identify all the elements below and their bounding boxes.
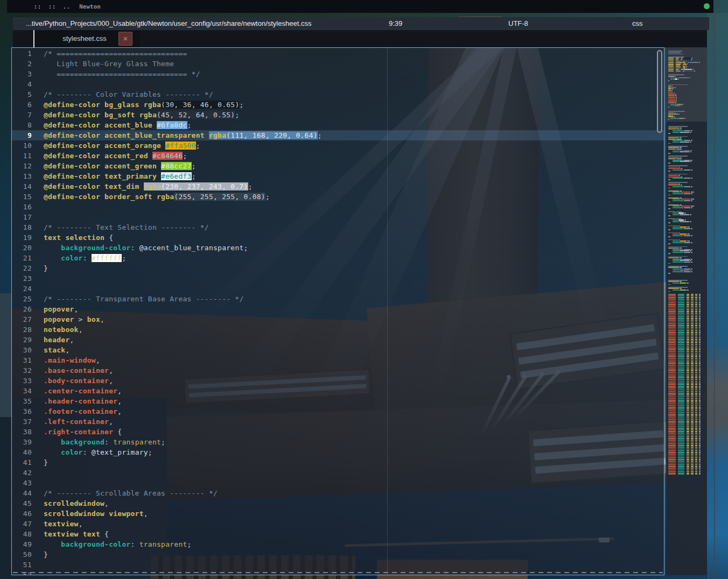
line-number[interactable]: 10 — [12, 140, 35, 151]
code-line[interactable]: 50} — [12, 549, 664, 560]
code-line[interactable]: 5/* -------- Color Variables -------- */ — [12, 89, 664, 100]
code-line[interactable]: 7@define-color bg_soft rgba(45, 52, 64, … — [12, 110, 664, 120]
code-text[interactable] — [44, 284, 664, 294]
code-line[interactable]: 10@define-color accent_orange #ffa500; — [12, 140, 664, 151]
code-text[interactable]: /* -------- Scrollable Areas -------- */ — [44, 488, 664, 498]
line-number[interactable]: 41 — [12, 457, 35, 468]
code-line[interactable]: 23 — [12, 273, 664, 284]
line-number[interactable]: 47 — [12, 519, 35, 529]
code-text[interactable]: @define-color bg_glass rgba(30, 36, 46, … — [44, 100, 664, 110]
line-number[interactable]: 9 — [12, 130, 35, 140]
line-number[interactable]: 37 — [12, 416, 35, 427]
code-line[interactable]: 22} — [12, 263, 664, 273]
code-text[interactable]: header, — [44, 335, 664, 345]
code-line[interactable]: 29header, — [12, 335, 664, 345]
line-number[interactable]: 22 — [12, 263, 35, 273]
code-text[interactable] — [44, 478, 664, 488]
line-number[interactable]: 28 — [12, 324, 35, 335]
line-number[interactable]: 21 — [12, 253, 35, 263]
line-number[interactable]: 1 — [12, 48, 35, 59]
code-line[interactable]: 2 Light Blue-Grey Glass Theme — [12, 59, 664, 69]
code-line[interactable]: 21 color: #ffffff; — [12, 253, 664, 263]
code-line[interactable]: 51 — [12, 560, 664, 570]
code-editor[interactable]: 1/* ==============================2 Ligh… — [11, 47, 664, 575]
code-line[interactable]: 38.right-container { — [12, 427, 664, 437]
code-text[interactable]: @define-color accent_orange #ffa500; — [44, 140, 664, 151]
code-text[interactable]: color: #ffffff; — [44, 253, 664, 263]
code-line[interactable]: 3 ============================== */ — [12, 69, 664, 79]
line-number[interactable]: 48 — [12, 529, 35, 539]
line-number[interactable]: 25 — [12, 294, 35, 304]
code-text[interactable]: @define-color accent_blue_transparent rg… — [44, 130, 664, 140]
line-number[interactable]: 40 — [12, 447, 35, 457]
line-number[interactable]: 31 — [12, 355, 35, 365]
line-number[interactable]: 5 — [12, 89, 35, 100]
line-number[interactable]: 33 — [12, 376, 35, 386]
line-number[interactable]: 8 — [12, 120, 35, 130]
vertical-scrollbar-thumb[interactable] — [657, 50, 662, 133]
code-text[interactable] — [44, 273, 664, 284]
code-text[interactable]: @define-color bg_soft rgba(45, 52, 64, 0… — [44, 110, 664, 120]
line-number[interactable]: 51 — [12, 560, 35, 570]
line-number[interactable]: 36 — [12, 406, 35, 416]
line-number[interactable]: 30 — [12, 345, 35, 355]
line-number[interactable]: 3 — [12, 69, 35, 79]
line-number[interactable]: 35 — [12, 396, 35, 406]
code-line[interactable]: 1/* ============================== — [12, 48, 664, 59]
code-text[interactable]: } — [44, 457, 664, 468]
code-text[interactable]: popover, — [44, 304, 664, 314]
line-number[interactable]: 11 — [12, 151, 35, 161]
code-line[interactable]: 31.main-window, — [12, 355, 664, 365]
code-line[interactable]: 9@define-color accent_blue_transparent r… — [12, 130, 664, 140]
code-line[interactable]: 30stack, — [12, 345, 664, 355]
code-text[interactable] — [44, 468, 664, 478]
window-title-bar[interactable]: :: :: .. Newton — [7, 0, 713, 13]
code-line[interactable]: 45scrolledwindow, — [12, 498, 664, 509]
code-line[interactable]: 20 background-color: @accent_blue_transp… — [12, 243, 664, 253]
line-number[interactable]: 26 — [12, 304, 35, 314]
line-number[interactable]: 24 — [12, 284, 35, 294]
code-text[interactable]: ============================== */ — [44, 69, 664, 79]
code-line[interactable]: 47textview, — [12, 519, 664, 529]
code-line[interactable]: 15@define-color border_soft rgba(255, 25… — [12, 192, 664, 202]
line-number[interactable]: 16 — [12, 202, 35, 212]
code-text[interactable]: } — [44, 549, 664, 560]
line-number[interactable]: 15 — [12, 192, 35, 202]
code-text[interactable]: @define-color text_dim rgba(230, 237, 24… — [44, 181, 664, 192]
code-line[interactable]: 33.body-container, — [12, 376, 664, 386]
code-text[interactable]: @define-color accent_green #88cc27; — [44, 161, 664, 171]
code-text[interactable]: notebook, — [44, 324, 664, 335]
code-text[interactable]: @define-color border_soft rgba(255, 255,… — [44, 192, 664, 202]
code-text[interactable] — [44, 202, 664, 212]
line-number[interactable]: 27 — [12, 314, 35, 324]
code-text[interactable]: .body-container, — [44, 376, 664, 386]
code-line[interactable]: 25/* -------- Transparent Base Areas ---… — [12, 294, 664, 304]
code-text[interactable]: .right-container { — [44, 427, 664, 437]
code-line[interactable]: 4 — [12, 79, 664, 89]
line-number[interactable]: 18 — [12, 222, 35, 232]
code-text[interactable]: } — [44, 263, 664, 273]
code-line[interactable]: 44/* -------- Scrollable Areas -------- … — [12, 488, 664, 498]
line-number[interactable]: 50 — [12, 549, 35, 560]
code-text[interactable]: stack, — [44, 345, 664, 355]
tab-close-button[interactable]: × — [118, 32, 132, 46]
line-number[interactable]: 14 — [12, 181, 35, 192]
code-line[interactable]: 34.center-container, — [12, 386, 664, 396]
code-text[interactable] — [44, 212, 664, 222]
code-text[interactable]: scrolledwindow viewport, — [44, 509, 664, 519]
tab-stylesheet[interactable]: stylesheet.css × — [33, 30, 140, 47]
code-line[interactable]: 6@define-color bg_glass rgba(30, 36, 46,… — [12, 100, 664, 110]
code-text[interactable]: color: @text_primary; — [44, 447, 664, 457]
line-number[interactable]: 38 — [12, 427, 35, 437]
code-line[interactable]: 13@define-color text_primary #e6edf3; — [12, 171, 664, 181]
code-text[interactable]: @define-color text_primary #e6edf3; — [44, 171, 664, 181]
code-line[interactable]: 48textview text { — [12, 529, 664, 539]
code-line[interactable]: 36.footer-container, — [12, 406, 664, 416]
code-text[interactable] — [44, 79, 664, 89]
code-text[interactable]: .center-container, — [44, 386, 664, 396]
code-text[interactable]: Light Blue-Grey Glass Theme — [44, 59, 664, 69]
code-text[interactable]: /* -------- Color Variables -------- */ — [44, 89, 664, 100]
code-line[interactable]: 28notebook, — [12, 324, 664, 335]
code-line[interactable]: 43 — [12, 478, 664, 488]
code-line[interactable]: 42 — [12, 468, 664, 478]
